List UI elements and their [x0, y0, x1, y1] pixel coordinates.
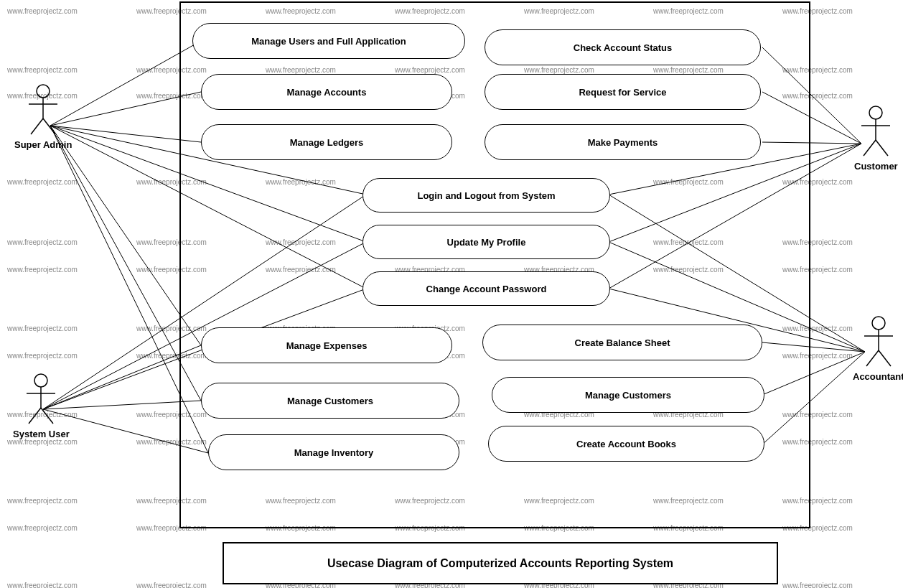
usecase-label: Manage Customers [287, 396, 373, 406]
svg-line-30 [31, 118, 43, 134]
svg-line-40 [864, 140, 876, 156]
svg-line-35 [29, 408, 41, 424]
svg-point-37 [869, 106, 882, 119]
usecase-label: Update My Profile [447, 237, 526, 248]
svg-line-1 [50, 92, 201, 126]
svg-line-46 [879, 350, 891, 366]
usecase-create-balance-sheet: Create Balance Sheet [482, 325, 762, 360]
usecase-manage-ledgers: Manage Ledgers [201, 124, 452, 160]
usecase-manage-expenses: Manage Expenses [201, 327, 452, 363]
svg-line-6 [50, 126, 201, 345]
usecase-label: Manage Customers [585, 390, 671, 401]
actor-customer: Customer [854, 104, 898, 172]
usecase-label: Manage Inventory [294, 447, 374, 458]
actor-system-user: System User [13, 372, 70, 439]
usecase-label: Check Account Status [574, 42, 673, 53]
usecase-label: Manage Ledgers [290, 137, 364, 148]
usecase-label: Make Payments [588, 137, 658, 148]
usecase-make-payments: Make Payments [485, 124, 761, 160]
svg-line-41 [876, 140, 888, 156]
usecase-manage-users: Manage Users and Full Application [192, 23, 465, 59]
actor-super-admin: Super Admin [14, 83, 72, 150]
svg-line-20 [609, 144, 861, 289]
svg-point-32 [34, 374, 47, 387]
diagram-title: Usecase Diagram of Computerized Accounts… [223, 542, 778, 584]
usecase-request-service: Request for Service [485, 74, 761, 110]
actor-label: Super Admin [14, 139, 72, 150]
svg-line-31 [43, 118, 55, 134]
usecase-manage-accounts: Manage Accounts [201, 74, 452, 110]
usecase-manage-customers-right: Manage Customers [492, 377, 764, 413]
actor-accountant: Accountant [853, 314, 903, 382]
svg-line-25 [762, 352, 865, 395]
actor-label: System User [13, 429, 70, 439]
usecase-label: Change Account Password [426, 284, 547, 294]
svg-line-0 [50, 41, 201, 126]
usecase-label: Request for Service [579, 87, 666, 98]
usecase-label: Manage Users and Full Application [251, 36, 406, 47]
usecase-label: Manage Accounts [287, 87, 367, 98]
svg-line-9 [43, 195, 366, 409]
usecase-check-account-status: Check Account Status [485, 29, 761, 65]
title-text: Usecase Diagram of Computerized Accounts… [327, 557, 673, 570]
usecase-login-logout: Login and Logout from System [362, 178, 610, 213]
usecase-label: Create Account Books [576, 439, 676, 449]
usecase-label: Create Balance Sheet [575, 337, 670, 348]
svg-line-45 [866, 350, 879, 366]
usecase-label: Login and Logout from System [417, 190, 555, 201]
svg-line-24 [762, 342, 865, 352]
usecase-update-profile: Update My Profile [362, 225, 610, 259]
svg-line-15 [762, 47, 861, 144]
svg-line-17 [762, 142, 861, 144]
svg-line-16 [762, 92, 861, 144]
svg-line-7 [50, 126, 201, 401]
usecase-label: Manage Expenses [286, 340, 368, 351]
actor-label: Accountant [853, 371, 903, 382]
svg-point-42 [872, 317, 885, 330]
usecase-manage-customers-left: Manage Customers [201, 383, 459, 419]
svg-point-27 [37, 85, 50, 98]
usecase-change-password: Change Account Password [362, 271, 610, 306]
svg-line-36 [41, 408, 53, 424]
svg-line-26 [762, 352, 865, 444]
usecase-create-account-books: Create Account Books [488, 426, 764, 462]
actor-label: Customer [854, 161, 898, 172]
usecase-manage-inventory: Manage Inventory [208, 434, 459, 470]
